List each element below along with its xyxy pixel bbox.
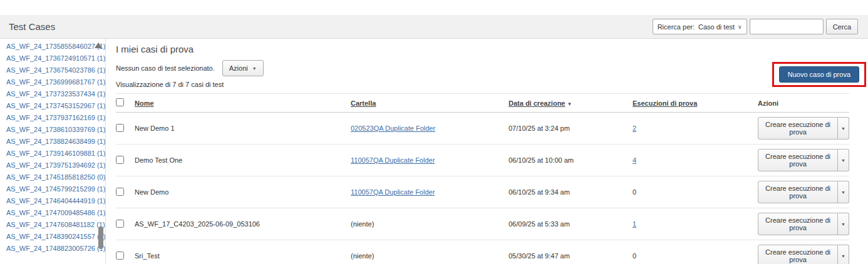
case-name: New Demo: [135, 188, 168, 196]
sidebar-item-case-group[interactable]: AS_WF_24_1735855846027 (1): [0, 41, 105, 53]
table-row: Demo Test One 110057QA Duplicate Folder …: [116, 145, 849, 176]
create-test-run-button[interactable]: Creare esecuzione di prova: [758, 117, 838, 140]
sidebar-item-case-group[interactable]: AS_WF_24_1746404444919 (1): [0, 195, 105, 207]
table-row: AS_WF_17_C4203_2025-06-09_053106 (niente…: [116, 208, 849, 240]
sidebar-item-case-group[interactable]: AS_WF_24_1737937162169 (1): [0, 112, 105, 124]
creation-date: 06/10/25 at 10:00 am: [509, 156, 574, 164]
folder-link[interactable]: 110057QA Duplicate Folder: [351, 156, 435, 164]
row-action-split-button: Creare esecuzione di prova ▼: [758, 181, 849, 203]
sidebar-item-case-group[interactable]: AS_WF_24_1748390241557 (1): [0, 231, 105, 243]
page-header: Test Cases Ricerca per: Caso di test ∨ C…: [0, 15, 868, 39]
creation-date: 07/10/25 at 3:24 pm: [509, 124, 570, 132]
table-header-row: Nome Cartella Data di creazione▼ Esecuzi…: [116, 94, 849, 113]
select-all-checkbox[interactable]: [116, 98, 124, 106]
table-row: Sri_Test (niente) 05/30/25 at 9:47 am 0 …: [116, 240, 849, 264]
case-name: New Demo 1: [135, 124, 175, 132]
search-scope-label: Ricerca per:: [658, 23, 695, 31]
main-panel: I miei casi di prova Nessun caso di test…: [106, 39, 868, 263]
case-name: Sri_Test: [135, 252, 160, 260]
table-body: New Demo 1 020523QA Duplicate Folder 07/…: [116, 113, 849, 264]
sidebar-item-case-group[interactable]: AS_WF_24_1747009485486 (1): [0, 207, 105, 219]
sidebar: AS_WF_24_1735855846027 (1) AS_WF_24_1736…: [0, 39, 106, 263]
content: AS_WF_24_1735855846027 (1) AS_WF_24_1736…: [0, 39, 868, 263]
create-test-run-button[interactable]: Creare esecuzione di prova: [758, 245, 838, 264]
row-action-split-button: Creare esecuzione di prova ▼: [758, 149, 849, 171]
search-area: Ricerca per: Caso di test ∨ Cerca: [653, 19, 858, 34]
creation-date: 06/09/25 at 5:33 am: [509, 220, 570, 228]
sidebar-item-case-group[interactable]: AS_WF_24_1737453152967 (1): [0, 100, 105, 112]
top-spacer: [0, 0, 868, 15]
sidebar-item-case-group[interactable]: AS_WF_24_1736999681767 (1): [0, 76, 105, 88]
sidebar-item-case-group[interactable]: AS_WF_24_1748823005726 (1): [0, 243, 105, 255]
column-header-created[interactable]: Data di creazione: [509, 99, 565, 107]
section-heading: I miei casi di prova: [116, 44, 849, 54]
executions-count[interactable]: 0: [633, 252, 636, 260]
create-test-run-button[interactable]: Creare esecuzione di prova: [758, 149, 838, 171]
folder-link[interactable]: 110057QA Duplicate Folder: [351, 188, 435, 196]
search-scope-value: Caso di test: [698, 23, 735, 31]
row-action-caret-icon[interactable]: ▼: [838, 117, 849, 140]
table-row: New Demo 1 020523QA Duplicate Folder 07/…: [116, 113, 849, 145]
caret-down-icon: ▼: [252, 66, 257, 71]
sidebar-item-case-group[interactable]: AS_WF_24_1739146109881 (1): [0, 148, 105, 160]
executions-count[interactable]: 0: [633, 188, 636, 196]
actions-button-label: Azioni: [229, 64, 248, 72]
search-button[interactable]: Cerca: [826, 19, 858, 34]
row-action-caret-icon[interactable]: ▼: [838, 149, 849, 171]
sidebar-item-case-group[interactable]: AS_WF_24_1747608481182 (1): [0, 219, 105, 231]
column-header-actions: Azioni: [758, 99, 778, 107]
row-checkbox[interactable]: [116, 220, 124, 228]
folder-link[interactable]: (niente): [351, 220, 374, 228]
folder-link[interactable]: (niente): [351, 252, 374, 260]
sidebar-item-case-group[interactable]: AS_WF_24_1736754023786 (1): [0, 64, 105, 76]
executions-count[interactable]: 2: [633, 124, 636, 132]
creation-date: 06/10/25 at 9:34 am: [509, 188, 570, 196]
row-checkbox[interactable]: [116, 124, 124, 132]
sidebar-list: AS_WF_24_1735855846027 (1) AS_WF_24_1736…: [0, 41, 105, 255]
case-name: Demo Test One: [135, 156, 182, 164]
sidebar-item-case-group[interactable]: AS_WF_24_1736724910571 (1): [0, 53, 105, 64]
display-count: Visualizzazione di 7 di 7 casi di test: [116, 81, 849, 88]
row-action-caret-icon[interactable]: ▼: [838, 181, 849, 203]
page-title: Test Cases: [9, 21, 55, 32]
executions-count[interactable]: 4: [633, 156, 636, 164]
create-test-run-button[interactable]: Creare esecuzione di prova: [758, 213, 838, 235]
case-name: AS_WF_17_C4203_2025-06-09_053106: [135, 220, 260, 228]
search-input[interactable]: [750, 19, 824, 34]
table-row: New Demo 110057QA Duplicate Folder 06/10…: [116, 176, 849, 208]
column-header-executions[interactable]: Esecuzioni di prova: [633, 99, 697, 107]
row-action-split-button: Creare esecuzione di prova ▼: [758, 213, 849, 235]
selection-status: Nessun caso di test selezionato.: [116, 64, 215, 72]
column-header-name[interactable]: Nome: [135, 99, 154, 107]
annotation-highlight-box: Nuovo caso di prova: [772, 62, 866, 87]
sidebar-item-case-group[interactable]: AS_WF_24_1738824638499 (1): [0, 136, 105, 148]
sort-descending-icon: ▼: [567, 101, 572, 107]
toolbar-row: Nessun caso di test selezionato. Azioni …: [116, 60, 849, 76]
row-checkbox[interactable]: [116, 251, 124, 260]
row-action-split-button: Creare esecuzione di prova ▼: [758, 245, 849, 264]
sidebar-item-case-group[interactable]: AS_WF_24_1745799215299 (1): [0, 183, 105, 195]
executions-count[interactable]: 1: [633, 220, 636, 228]
test-cases-table: Nome Cartella Data di creazione▼ Esecuzi…: [116, 93, 849, 264]
new-test-case-button[interactable]: Nuovo caso di prova: [779, 66, 859, 83]
sidebar-item-case-group[interactable]: AS_WF_24_1745185818250 (0): [0, 171, 105, 183]
row-action-caret-icon[interactable]: ▼: [838, 213, 849, 235]
row-action-caret-icon[interactable]: ▼: [838, 245, 849, 264]
create-test-run-button[interactable]: Creare esecuzione di prova: [758, 181, 838, 203]
row-checkbox[interactable]: [116, 188, 124, 196]
sidebar-scrollbar-thumb[interactable]: [98, 226, 103, 249]
search-scope-select[interactable]: Caso di test ∨: [698, 23, 742, 31]
search-scope-box: Ricerca per: Caso di test ∨: [653, 19, 747, 34]
scroll-up-icon[interactable]: [95, 43, 102, 48]
sidebar-item-case-group[interactable]: AS_WF_24_1739751394692 (1): [0, 160, 105, 171]
chevron-down-icon: ∨: [738, 24, 742, 30]
actions-dropdown-button[interactable]: Azioni ▼: [222, 60, 264, 76]
row-checkbox[interactable]: [116, 156, 124, 164]
sidebar-item-case-group[interactable]: AS_WF_24_1737323537434 (1): [0, 88, 105, 100]
creation-date: 05/30/25 at 9:47 am: [509, 252, 570, 260]
column-header-folder[interactable]: Cartella: [351, 99, 376, 107]
sidebar-item-case-group[interactable]: AS_WF_24_1738610339769 (1): [0, 124, 105, 136]
folder-link[interactable]: 020523QA Duplicate Folder: [351, 124, 435, 132]
row-action-split-button: Creare esecuzione di prova ▼: [758, 117, 849, 140]
